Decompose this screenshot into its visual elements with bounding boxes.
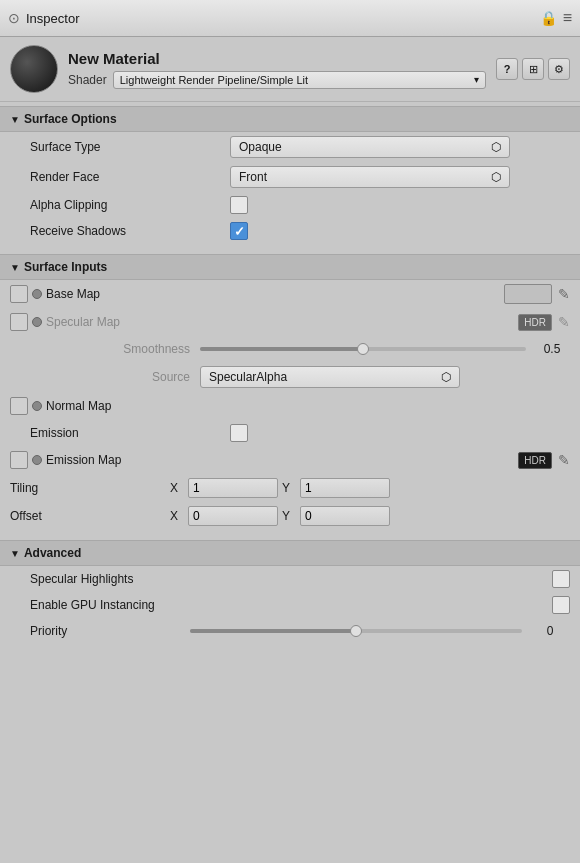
gpu-instancing-checkbox[interactable] (552, 596, 570, 614)
inspector-icon: ⊙ (8, 10, 20, 26)
render-face-arrow: ⬡ (491, 170, 501, 184)
advanced-arrow: ▼ (10, 548, 20, 559)
lock-icon[interactable]: 🔒 (540, 10, 557, 26)
menu-icon[interactable]: ≡ (563, 9, 572, 27)
tiling-x-input[interactable] (188, 478, 278, 498)
render-face-value: Front ⬡ (230, 166, 570, 188)
base-map-checkbox[interactable] (10, 285, 28, 303)
smoothness-thumb[interactable] (357, 343, 369, 355)
spacer-1 (0, 244, 580, 250)
specular-highlights-checkbox[interactable] (552, 570, 570, 588)
help-icon: ? (504, 63, 511, 75)
specular-hdr-button[interactable]: HDR (518, 314, 552, 331)
specular-highlights-row: Specular Highlights (0, 566, 580, 592)
material-actions: ? ⊞ ⚙ (496, 58, 570, 80)
render-face-label: Render Face (30, 170, 230, 184)
smoothness-track[interactable] (200, 347, 526, 351)
alpha-clipping-row: Alpha Clipping (0, 192, 580, 218)
shader-value: Lightweight Render Pipeline/Simple Lit (120, 74, 308, 86)
specular-map-controls: HDR ✎ (518, 314, 570, 331)
render-face-row: Render Face Front ⬡ (0, 162, 580, 192)
surface-inputs-header[interactable]: ▼ Surface Inputs (0, 254, 580, 280)
priority-value: 0 (530, 624, 570, 638)
layer-stack-button[interactable]: ⊞ (522, 58, 544, 80)
specular-highlights-value (552, 570, 570, 588)
emission-map-controls: HDR ✎ (518, 452, 570, 469)
base-map-label: Base Map (46, 287, 504, 301)
emission-checkbox[interactable] (230, 424, 248, 442)
help-button[interactable]: ? (496, 58, 518, 80)
material-info: New Material Shader Lightweight Render P… (68, 50, 486, 89)
base-map-row: Base Map ✎ (0, 280, 580, 308)
surface-options-arrow: ▼ (10, 114, 20, 125)
offset-y-input[interactable] (300, 506, 390, 526)
render-face-dropdown[interactable]: Front ⬡ (230, 166, 510, 188)
offset-x-input[interactable] (188, 506, 278, 526)
shader-dropdown-arrow: ▾ (474, 74, 479, 85)
priority-slider-container: 0 (190, 624, 570, 638)
normal-map-row: Normal Map (0, 392, 580, 420)
base-map-controls: ✎ (504, 284, 570, 304)
surface-options-header[interactable]: ▼ Surface Options (0, 106, 580, 132)
emission-map-pencil-icon[interactable]: ✎ (558, 452, 570, 468)
smoothness-fill (200, 347, 363, 351)
specular-map-row: Specular Map HDR ✎ (0, 308, 580, 336)
normal-map-label: Normal Map (46, 399, 570, 413)
alpha-clipping-label: Alpha Clipping (30, 198, 230, 212)
shader-row: Shader Lightweight Render Pipeline/Simpl… (68, 71, 486, 89)
offset-row: Offset X Y (0, 502, 580, 530)
surface-type-dropdown[interactable]: Opaque ⬡ (230, 136, 510, 158)
specular-map-dot (32, 317, 42, 327)
layer-stack-icon: ⊞ (529, 63, 538, 76)
tiling-x-label: X (170, 481, 184, 495)
source-row: Source SpecularAlpha ⬡ (0, 362, 580, 392)
gpu-instancing-row: Enable GPU Instancing (0, 592, 580, 618)
receive-shadows-checkbox[interactable]: ✓ (230, 222, 248, 240)
tiling-label: Tiling (10, 481, 170, 495)
title-bar: ⊙ Inspector 🔒 ≡ (0, 0, 580, 37)
smoothness-slider-container: 0.5 (200, 342, 570, 356)
specular-highlights-label: Specular Highlights (30, 572, 552, 586)
surface-type-value: Opaque ⬡ (230, 136, 570, 158)
emission-map-row: Emission Map HDR ✎ (0, 446, 580, 474)
specular-map-checkbox[interactable] (10, 313, 28, 331)
render-face-text: Front (239, 170, 267, 184)
alpha-clipping-checkbox[interactable] (230, 196, 248, 214)
source-dropdown[interactable]: SpecularAlpha ⬡ (200, 366, 460, 388)
title-bar-text: Inspector (26, 11, 534, 26)
normal-map-dot (32, 401, 42, 411)
base-map-swatch[interactable] (504, 284, 552, 304)
surface-type-row: Surface Type Opaque ⬡ (0, 132, 580, 162)
advanced-header[interactable]: ▼ Advanced (0, 540, 580, 566)
source-label: Source (80, 370, 200, 384)
priority-label: Priority (30, 624, 190, 638)
tiling-inputs: X Y (170, 478, 570, 498)
base-map-pencil-icon[interactable]: ✎ (558, 286, 570, 302)
surface-options-label: Surface Options (24, 112, 117, 126)
emission-map-checkbox[interactable] (10, 451, 28, 469)
specular-map-pencil-icon[interactable]: ✎ (558, 314, 570, 330)
gpu-instancing-label: Enable GPU Instancing (30, 598, 552, 612)
offset-y-label: Y (282, 509, 296, 523)
smoothness-label: Smoothness (80, 342, 200, 356)
shader-dropdown[interactable]: Lightweight Render Pipeline/Simple Lit ▾ (113, 71, 486, 89)
priority-thumb[interactable] (350, 625, 362, 637)
title-bar-actions: 🔒 ≡ (540, 9, 572, 27)
offset-x-label: X (170, 509, 184, 523)
source-value: SpecularAlpha (209, 370, 287, 384)
surface-type-arrow: ⬡ (491, 140, 501, 154)
tiling-y-input[interactable] (300, 478, 390, 498)
surface-type-label: Surface Type (30, 140, 230, 154)
emission-hdr-button[interactable]: HDR (518, 452, 552, 469)
settings-button[interactable]: ⚙ (548, 58, 570, 80)
emission-row: Emission (0, 420, 580, 446)
normal-map-checkbox[interactable] (10, 397, 28, 415)
surface-inputs-arrow: ▼ (10, 262, 20, 273)
settings-icon: ⚙ (554, 63, 564, 76)
alpha-clipping-value (230, 196, 570, 214)
offset-label: Offset (10, 509, 170, 523)
priority-track[interactable] (190, 629, 522, 633)
priority-row: Priority 0 (0, 618, 580, 644)
source-dropdown-arrow: ⬡ (441, 370, 451, 384)
material-preview (10, 45, 58, 93)
